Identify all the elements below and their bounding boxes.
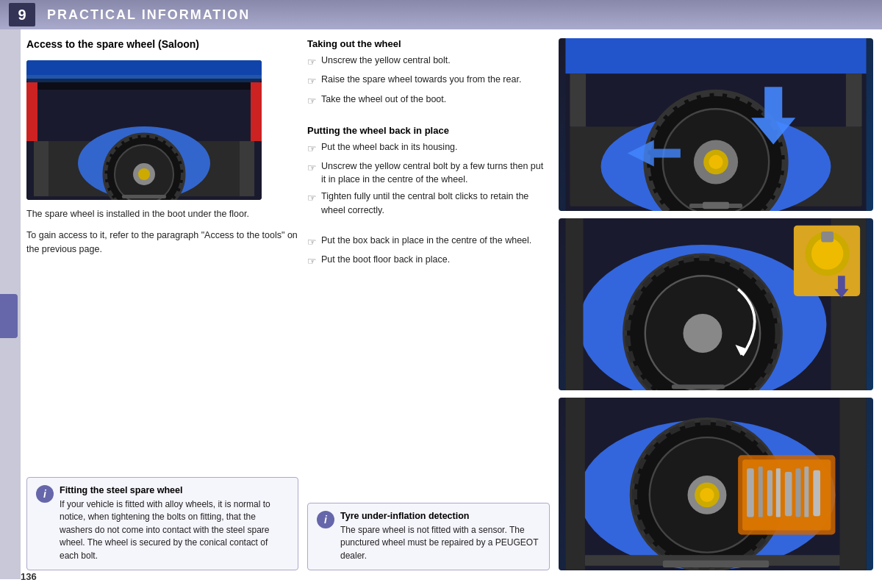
svg-rect-15 [122,195,166,198]
info-box-text: If your vehicle is fitted with alloy whe… [60,498,289,562]
list-item: ☞ Take the wheel out of the boot. [307,93,550,108]
info-icon-2: i [317,511,334,528]
svg-point-56 [700,488,714,502]
list-item-text: Put the wheel back in its housing. [321,140,458,154]
list-item-text: Put the boot floor back in place. [321,253,450,266]
list-item: ☞ Unscrew the yellow central bolt. [307,54,550,69]
arrow-icon: ☞ [307,190,317,205]
arrow-icon: ☞ [307,234,317,249]
putting-back-section: Putting the wheel back in place ☞ Put th… [307,125,550,220]
svg-rect-49 [565,398,584,570]
svg-point-38 [683,314,722,353]
list-item-text: Tighten fully until the central bolt cli… [321,190,550,216]
mid-wheel-photo [559,218,873,391]
page-title: PRACTICAL INFORMATION [47,7,250,23]
svg-point-8 [138,168,150,180]
tyre-inflation-info: i Tyre under-inflation detection The spa… [307,503,550,570]
list-item-text: Unscrew the yellow central bolt by a few… [321,159,550,186]
svg-rect-65 [804,467,808,517]
list-item-text: Put the box back in place in the centre … [321,234,531,247]
taking-out-list: ☞ Unscrew the yellow central bolt. ☞ Rai… [307,54,550,108]
arrow-icon: ☞ [307,93,317,108]
svg-rect-68 [663,561,769,568]
svg-rect-34 [565,218,583,391]
list-item-text: Unscrew the yellow central bolt. [321,54,451,67]
additional-list: ☞ Put the box back in place in the centr… [307,234,550,269]
list-item: ☞ Put the wheel back in its housing. [307,140,550,156]
svg-rect-60 [759,467,763,517]
right-column [559,38,873,570]
svg-rect-46 [672,384,725,389]
page-number: 136 [21,571,37,582]
info-box-content: Fitting the steel spare wheel If your ve… [60,485,289,562]
top-wheel-photo [559,38,873,211]
section-title: Access to the spare wheel (Saloon) [26,38,298,50]
list-item: ☞ Raise the spare wheel towards you from… [307,73,550,88]
list-item: ☞ Put the boot floor back in place. [307,253,550,268]
body-text-2: To gain access to it, refer to the parag… [26,229,298,257]
taking-out-title: Taking out the wheel [307,38,550,49]
arrow-icon: ☞ [307,160,317,175]
info-box-title-2: Tyre under-inflation detection [340,511,540,521]
list-item: ☞ Unscrew the yellow central bolt by a f… [307,159,550,186]
putting-back-title: Putting the wheel back in place [307,125,550,136]
svg-rect-13 [26,82,37,141]
list-item: ☞ Put the box back in place in the centr… [307,234,550,249]
left-accent [0,29,21,579]
arrow-icon: ☞ [307,254,317,268]
svg-rect-64 [795,469,800,517]
svg-rect-63 [785,472,792,516]
svg-rect-28 [570,74,586,126]
svg-rect-10 [34,141,49,196]
putting-back-list: ☞ Put the wheel back in its housing. ☞ U… [307,140,550,217]
arrow-icon: ☞ [307,74,317,88]
info-box-title: Fitting the steel spare wheel [60,485,289,495]
trunk-image [26,60,262,200]
steel-spare-wheel-info: i Fitting the steel spare wheel If your … [26,477,298,570]
svg-rect-59 [747,469,754,517]
arrow-icon: ☞ [307,54,317,69]
accent-tab [0,294,18,338]
svg-rect-2 [26,60,262,75]
svg-rect-50 [839,398,866,570]
list-item-text: Take the wheel out of the boot. [321,93,446,106]
svg-rect-12 [26,79,262,90]
svg-rect-66 [813,470,820,517]
middle-column: Taking out the wheel ☞ Unscrew the yello… [307,38,550,570]
svg-rect-14 [251,82,262,141]
additional-steps-section: ☞ Put the box back in place in the centr… [307,234,550,273]
svg-rect-17 [565,38,866,74]
svg-rect-31 [703,202,729,209]
arrow-icon: ☞ [307,141,317,156]
svg-rect-62 [776,469,781,517]
info-box-content-2: Tyre under-inflation detection The spare… [340,511,540,562]
list-item-text: Raise the spare wheel towards you from t… [321,73,521,86]
left-column: Access to the spare wheel (Saloon) [26,38,298,570]
info-box-text-2: The spare wheel is not fitted with a sen… [340,524,540,562]
page-body: Access to the spare wheel (Saloon) [0,29,882,579]
svg-rect-11 [240,141,254,196]
main-content: Access to the spare wheel (Saloon) [21,29,882,579]
svg-rect-61 [767,470,772,517]
list-item: ☞ Tighten fully until the central bolt c… [307,190,550,216]
page-header: 9 PRACTICAL INFORMATION [0,0,882,29]
svg-rect-44 [821,232,833,242]
svg-point-24 [709,155,723,169]
svg-rect-29 [846,74,862,126]
info-icon: i [36,485,54,503]
body-text-1: The spare wheel is installed in the boot… [26,207,298,221]
bottom-wheel-photo [559,398,873,570]
chapter-number: 9 [9,3,35,26]
taking-out-section: Taking out the wheel ☞ Unscrew the yello… [307,38,550,112]
svg-point-43 [811,237,843,269]
